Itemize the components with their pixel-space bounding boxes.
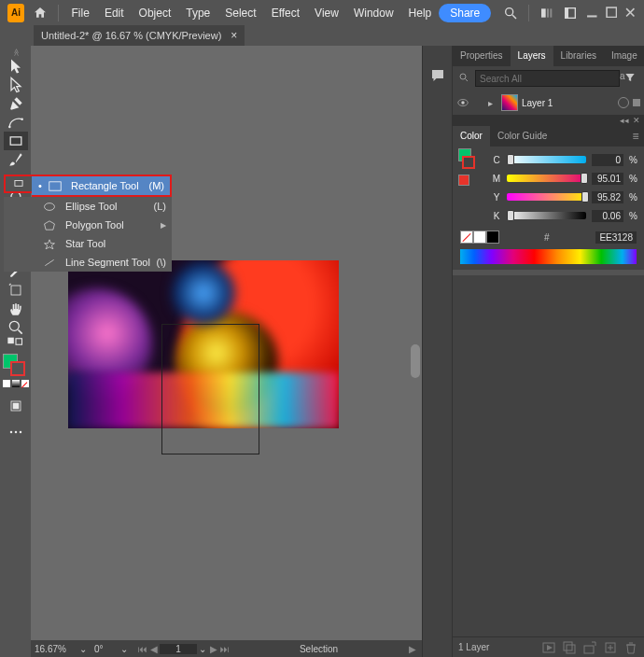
document-tab[interactable]: Untitled-2* @ 16.67 % (CMYK/Preview) × (34, 25, 245, 46)
menu-select[interactable]: Select (217, 7, 263, 20)
tab-color-guide[interactable]: Color Guide (490, 126, 554, 147)
menu-type[interactable]: Type (178, 7, 217, 20)
draw-mode-icon[interactable] (4, 397, 28, 415)
flyout-item-shortcut: (\) (157, 257, 166, 268)
layers-panel-footer: 1 Layer (453, 636, 644, 657)
none-fill-icon[interactable] (21, 380, 29, 387)
edit-toolbar-icon[interactable] (4, 423, 28, 441)
make-clipping-mask-icon[interactable] (562, 640, 577, 655)
panel-close-icon[interactable]: ✕ (633, 116, 640, 125)
tab-libraries[interactable]: Libraries (553, 46, 604, 66)
yellow-value[interactable]: 95.82 (592, 191, 623, 203)
menu-window[interactable]: Window (346, 7, 401, 20)
direct-selection-tool[interactable] (4, 76, 28, 94)
artboard-prev-icon[interactable]: ◀ (148, 644, 160, 654)
rectangle-tool[interactable] (4, 132, 28, 150)
artboard-last-icon[interactable]: ⏭ (219, 644, 231, 654)
menu-edit[interactable]: Edit (97, 7, 132, 20)
curvature-tool[interactable] (4, 113, 28, 132)
share-button[interactable]: Share (439, 4, 491, 22)
svg-point-29 (19, 431, 21, 434)
magenta-slider[interactable] (507, 175, 586, 182)
workspace-switcher-icon[interactable] (562, 3, 581, 23)
toolbar-expand-grip[interactable] (12, 46, 20, 57)
black-slider[interactable] (507, 212, 586, 219)
layer-expand-icon[interactable]: ▸ (488, 98, 497, 108)
paintbrush-tool[interactable] (4, 150, 28, 169)
cyan-value[interactable]: 0 (592, 154, 623, 166)
scrollbar-thumb[interactable] (411, 344, 420, 378)
rotation-dropdown-icon[interactable]: ⌄ (119, 644, 130, 654)
layers-filter-icon[interactable] (623, 71, 638, 86)
fill-stroke-swatches[interactable] (1, 352, 31, 389)
new-sublayer-icon[interactable] (582, 640, 597, 655)
none-color-swatch[interactable] (460, 231, 473, 244)
menu-help[interactable]: Help (401, 7, 440, 20)
layers-search-input[interactable] (475, 70, 620, 87)
color-active-swatch[interactable] (458, 175, 469, 186)
selection-marquee[interactable] (161, 324, 259, 454)
visibility-toggle-icon[interactable] (456, 96, 469, 109)
layer-target-icon[interactable] (618, 97, 629, 108)
zoom-field[interactable]: 16.67% (35, 642, 76, 655)
layer-selection-indicator[interactable] (633, 99, 640, 106)
pen-tool[interactable] (4, 94, 28, 113)
hand-tool[interactable] (4, 300, 28, 318)
window-minimize-icon[interactable] (586, 7, 598, 20)
search-icon[interactable] (501, 3, 520, 23)
flyout-ellipse-tool[interactable]: Ellipse Tool (L) (4, 197, 172, 216)
layer-name[interactable]: Layer 1 (522, 98, 614, 108)
fill-stroke-toggle[interactable] (4, 337, 28, 346)
comments-panel-icon[interactable] (423, 57, 452, 94)
zoom-dropdown-icon[interactable]: ⌄ (77, 644, 89, 654)
menu-file[interactable]: File (64, 7, 97, 20)
selection-tool[interactable] (4, 57, 28, 76)
menu-view[interactable]: View (307, 7, 346, 20)
default-fill-icon[interactable] (3, 380, 10, 387)
tab-color[interactable]: Color (453, 126, 490, 147)
magenta-value[interactable]: 95.01 (592, 173, 623, 185)
panel-resize-grip[interactable] (453, 270, 644, 275)
artboard-tool[interactable] (4, 281, 28, 300)
rotation-field[interactable]: 0° (94, 642, 117, 655)
yellow-slider[interactable] (507, 193, 586, 201)
flyout-rectangle-tool[interactable]: • Rectangle Tool (M) (32, 176, 170, 195)
tab-layers[interactable]: Layers (511, 46, 553, 66)
artboard-next-icon[interactable]: ▶ (208, 644, 219, 654)
window-maximize-icon[interactable] (606, 7, 618, 20)
document-canvas[interactable]: 16.67% ⌄ 0° ⌄ ⏮ ◀ 1 ⌄ ▶ ⏭ Selection ▶ (31, 46, 422, 657)
flyout-source-slot[interactable] (4, 175, 32, 193)
black-swatch[interactable] (486, 231, 499, 244)
stroke-swatch[interactable] (10, 361, 25, 376)
new-layer-icon[interactable] (603, 640, 618, 655)
delete-layer-icon[interactable] (623, 640, 638, 655)
cyan-slider[interactable] (507, 156, 586, 163)
layer-row[interactable]: ▸ Layer 1 (453, 92, 644, 113)
hex-field[interactable]: EE3128 (595, 231, 637, 244)
status-popup-icon[interactable]: ▶ (407, 644, 418, 654)
home-icon[interactable] (31, 3, 49, 23)
locate-object-icon[interactable] (541, 640, 556, 655)
window-close-icon[interactable] (624, 7, 637, 20)
tab-image-trace[interactable]: Image Tra (604, 46, 644, 66)
white-swatch[interactable] (473, 231, 486, 244)
color-fill-stroke-proxy[interactable] (458, 147, 481, 227)
arrange-documents-icon[interactable] (538, 3, 556, 23)
panel-menu-icon[interactable]: ≡ (627, 130, 644, 143)
panel-collapse-icon[interactable]: ◂◂ (620, 116, 629, 125)
vertical-scrollbar[interactable] (409, 46, 422, 640)
artboard-dropdown-icon[interactable]: ⌄ (197, 644, 208, 654)
artboard-first-icon[interactable]: ⏮ (137, 644, 148, 654)
tab-properties[interactable]: Properties (453, 46, 511, 66)
document-tab-close-icon[interactable]: × (231, 29, 237, 42)
flyout-star-tool[interactable]: Star Tool (4, 234, 172, 253)
flyout-line-segment-tool[interactable]: Line Segment Tool (\) (4, 253, 172, 272)
artboard-number-field[interactable]: 1 (160, 644, 197, 654)
color-spectrum[interactable] (460, 249, 637, 264)
menu-effect[interactable]: Effect (264, 7, 307, 20)
flyout-polygon-tool[interactable]: Polygon Tool ▶ (4, 216, 172, 234)
gradient-fill-icon[interactable] (12, 380, 20, 387)
black-value[interactable]: 0.06 (592, 210, 623, 222)
color-stroke-swatch[interactable] (462, 156, 475, 169)
menu-object[interactable]: Object (132, 7, 179, 20)
